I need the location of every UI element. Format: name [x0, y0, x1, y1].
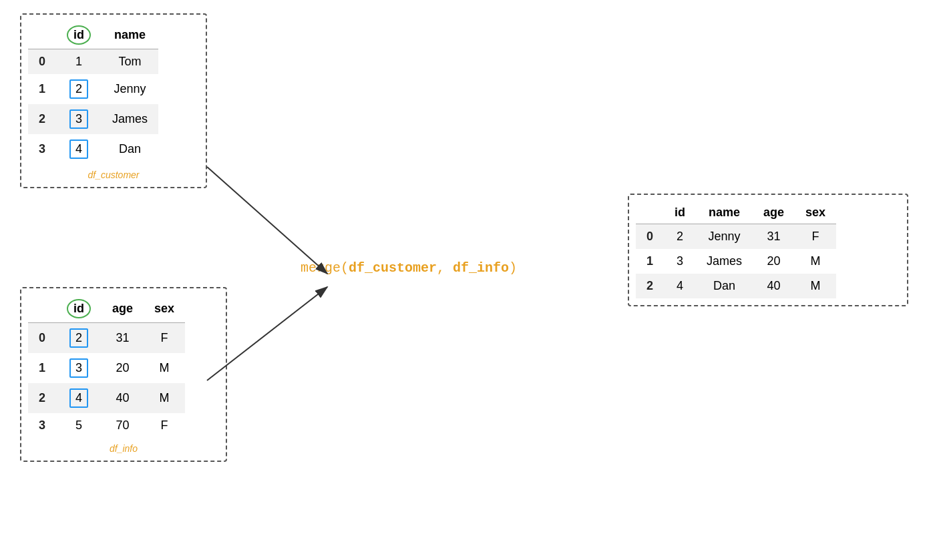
id-cell: 3 — [664, 249, 696, 274]
id-cell: 3 — [56, 104, 102, 134]
id-cell: 4 — [56, 134, 102, 164]
sex-cell: M — [144, 353, 185, 383]
sex-cell: M — [144, 383, 185, 413]
row-index: 2 — [28, 383, 56, 413]
name-cell: Tom — [102, 49, 158, 75]
sex-cell: M — [795, 274, 836, 298]
highlighted-id: 2 — [69, 328, 88, 348]
df-info-age-header: age — [102, 295, 144, 323]
result-age-header: age — [753, 202, 795, 224]
highlighted-id: 4 — [69, 139, 88, 159]
table-row: 0 2 31 F — [28, 323, 185, 354]
result-sex-header: sex — [795, 202, 836, 224]
age-cell: 70 — [102, 413, 144, 438]
df-info-label: df_info — [28, 443, 219, 454]
row-index: 3 — [28, 413, 56, 438]
age-cell: 20 — [753, 249, 795, 274]
arrow-customer-to-merge — [207, 167, 327, 274]
row-index: 2 — [636, 274, 664, 298]
table-row: 2 3 James — [28, 104, 158, 134]
df-customer-name-header: name — [102, 21, 158, 49]
name-cell: Jenny — [696, 224, 753, 250]
row-index: 3 — [28, 134, 56, 164]
highlighted-id: 3 — [69, 109, 88, 129]
age-cell: 31 — [102, 323, 144, 354]
id-circle-customer: id — [67, 25, 91, 45]
result-box: id name age sex 0 2 Jenny 31 F 1 3 James… — [628, 194, 908, 306]
age-cell: 40 — [753, 274, 795, 298]
table-row: 1 2 Jenny — [28, 74, 158, 104]
id-circle-info: id — [67, 299, 91, 318]
id-cell: 2 — [56, 323, 102, 354]
df-customer-table: id name 0 1 Tom 1 2 Jenny 2 3 — [28, 21, 158, 164]
df-info-id-header: id — [56, 295, 102, 323]
name-cell: Jenny — [102, 74, 158, 104]
highlighted-id: 2 — [69, 79, 88, 99]
row-index: 2 — [28, 104, 56, 134]
age-cell: 20 — [102, 353, 144, 383]
id-cell: 1 — [56, 49, 102, 75]
merge-code-label: merge(df_customer, df_info) — [301, 260, 517, 276]
table-row: 3 5 70 F — [28, 413, 185, 438]
sex-cell: F — [144, 413, 185, 438]
df-info-table: id age sex 0 2 31 F 1 3 20 M — [28, 295, 185, 438]
name-cell: James — [696, 249, 753, 274]
age-cell: 31 — [753, 224, 795, 250]
merge-arg1: df_customer — [349, 260, 437, 276]
result-name-header: name — [696, 202, 753, 224]
sex-cell: M — [795, 249, 836, 274]
df-customer-box: id name 0 1 Tom 1 2 Jenny 2 3 — [20, 13, 207, 188]
df-customer-label: df_customer — [28, 170, 199, 180]
highlighted-id: 4 — [69, 388, 88, 408]
id-cell: 2 — [664, 224, 696, 250]
id-cell: 5 — [56, 413, 102, 438]
table-row: 1 3 James 20 M — [636, 249, 836, 274]
sex-cell: F — [144, 323, 185, 354]
id-cell: 4 — [56, 383, 102, 413]
highlighted-id: 3 — [69, 358, 88, 378]
df-info-sex-header: sex — [144, 295, 185, 323]
table-row: 1 3 20 M — [28, 353, 185, 383]
table-row: 3 4 Dan — [28, 134, 158, 164]
table-row: 0 2 Jenny 31 F — [636, 224, 836, 250]
merge-arg2: df_info — [453, 260, 509, 276]
row-index: 0 — [636, 224, 664, 250]
id-cell: 3 — [56, 353, 102, 383]
row-index: 0 — [28, 49, 56, 75]
result-table: id name age sex 0 2 Jenny 31 F 1 3 James… — [636, 202, 836, 298]
age-cell: 40 — [102, 383, 144, 413]
table-row: 2 4 Dan 40 M — [636, 274, 836, 298]
id-cell: 4 — [664, 274, 696, 298]
row-index: 1 — [636, 249, 664, 274]
sex-cell: F — [795, 224, 836, 250]
row-index: 1 — [28, 353, 56, 383]
name-cell: James — [102, 104, 158, 134]
df-customer-id-header: id — [56, 21, 102, 49]
row-index: 1 — [28, 74, 56, 104]
df-info-box: id age sex 0 2 31 F 1 3 20 M — [20, 287, 227, 462]
name-cell: Dan — [696, 274, 753, 298]
table-row: 0 1 Tom — [28, 49, 158, 75]
row-index: 0 — [28, 323, 56, 354]
name-cell: Dan — [102, 134, 158, 164]
table-row: 2 4 40 M — [28, 383, 185, 413]
id-cell: 2 — [56, 74, 102, 104]
result-id-header: id — [664, 202, 696, 224]
